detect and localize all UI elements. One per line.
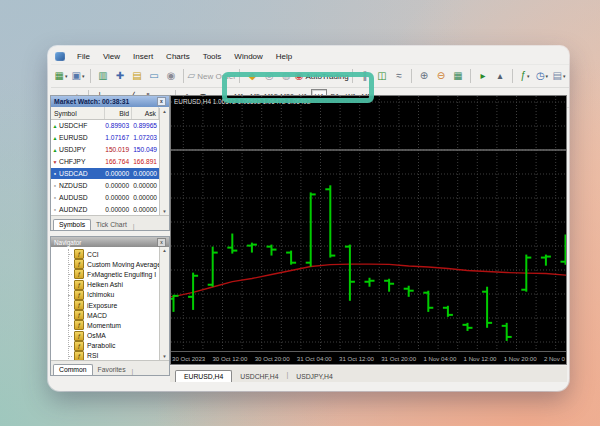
navigator-item-iexposure[interactable]: ƒiExposure [51,300,159,310]
periods-icon: ◷ [536,71,545,81]
terminal-toggle-button[interactable]: ▭ [146,68,162,84]
new-order-icon: ▱ [187,71,195,81]
menu-window[interactable]: Window [233,52,263,61]
bid-value: 0.00000 [103,194,131,201]
navigator-titlebar[interactable]: Navigator x [51,237,169,247]
zoom-out-icon: ⊖ [437,71,445,81]
navigator-close-icon[interactable]: x [157,238,166,247]
auto-scroll-button[interactable]: ▸ [475,68,491,84]
navigator-toggle-button[interactable]: ▤ [129,68,145,84]
menu-insert[interactable]: Insert [132,52,154,61]
symbol-label: CHFJPY [59,158,103,165]
navigator-item-parabolic[interactable]: ƒParabolic [51,341,159,351]
chart-tab-eurusd-h4[interactable]: EURUSD,H4 [175,370,232,382]
line-chart-type-button[interactable]: ≈ [391,68,407,84]
indicator-icon: ƒ [74,290,84,300]
bid-value: 0.00000 [103,170,131,177]
market-watch-titlebar[interactable]: Market Watch: 00:38:31 x [51,96,169,107]
navigator-item-heiken-ashi[interactable]: ƒHeiken Ashi [51,280,159,290]
market-watch-tabs: Symbols Tick Chart | [51,215,169,230]
market-watch-row-usdjpy[interactable]: ▲USDJPY150.019150.049 [51,144,159,156]
chart-shift-button[interactable]: ▴ [492,68,508,84]
trend-up-icon: ▲ [51,123,59,129]
market-watch-scrollbar[interactable]: ▲ ▼ [159,108,169,215]
tab-common[interactable]: Common [53,364,93,375]
candle-chart-type-button[interactable]: ◫ [374,68,390,84]
profiles-button[interactable]: ▣▾ [70,68,86,84]
tab-symbols[interactable]: Symbols [53,219,91,230]
new-chart-button[interactable]: ▦▾ [53,68,69,84]
templates-button[interactable]: ▤▾ [551,68,567,84]
market-watch-panel: Market Watch: 00:38:31 x Symbol Bid Ask … [50,95,170,231]
trend-flat-icon: ● [51,207,59,212]
desktop-background: FileViewInsertChartsToolsWindowHelp ▦▾▣▾… [0,0,600,426]
scroll-down-icon[interactable]: ▼ [162,354,166,359]
new-chart-caret-icon: ▾ [65,73,68,79]
tile-windows-button[interactable]: ▦ [450,68,466,84]
navigator-item-rsi[interactable]: ƒRSI [51,351,159,360]
market-watch-toggle-icon: ▥ [98,71,107,81]
chart-shift-icon: ▴ [497,71,502,81]
indicators-button[interactable]: ƒ▾ [517,68,533,84]
column-bid[interactable]: Bid [105,107,132,119]
indicator-icon: ƒ [74,351,84,360]
time-axis-label: 30 Oct 20:00 [255,355,290,362]
market-watch-row-nzdusd[interactable]: ●NZDUSD0.000000.00000 [51,179,159,191]
time-axis-label: 31 Oct 04:00 [297,355,332,362]
data-window-toggle-button[interactable]: ✚ [112,68,128,84]
market-watch-toggle-button[interactable]: ▥ [95,68,111,84]
navigator-scrollbar[interactable]: ▲ ▼ [159,247,169,360]
time-axis-label: 1 Nov 20:00 [504,355,537,362]
navigator-item-ichimoku[interactable]: ƒIchimoku [51,290,159,300]
indicator-icon: ƒ [74,331,84,341]
navigator-item-cci[interactable]: ƒCCI [51,249,159,259]
bid-value: 0.00000 [103,206,131,213]
navigator-item-custom-moving-average[interactable]: ƒCustom Moving Average [51,259,159,269]
chart-window[interactable]: EURUSD,H4 1.06572 1.06592 1.06472 1.0649… [170,95,567,365]
navigator-item-macd[interactable]: ƒMACD [51,310,159,320]
market-watch-close-icon[interactable]: x [157,97,166,106]
chart-tab-usdjpy-h4[interactable]: USDJPY,H4 [288,371,341,382]
navigator-item-momentum[interactable]: ƒMomentum [51,320,159,330]
navigator-item-fxmagnetic-engulfing-i[interactable]: ƒFxMagnetic Engulfing I [51,269,159,279]
market-watch-row-usdcad[interactable]: ●USDCAD0.000000.00000 [51,168,159,180]
scroll-down-icon[interactable]: ▼ [162,209,166,214]
indicator-label: iExposure [87,302,117,309]
menu-bar: FileViewInsertChartsToolsWindowHelp [55,50,293,63]
tab-favorites[interactable]: Favorites [93,365,131,375]
market-watch-row-audusd[interactable]: ●AUDUSD0.000000.00000 [51,191,159,203]
navigator-item-osma[interactable]: ƒOsMA [51,331,159,341]
market-watch-header: Symbol Bid Ask [51,107,169,120]
toolbar-separator [512,69,513,83]
indicator-icon: ƒ [74,320,84,330]
column-ask[interactable]: Ask [132,107,159,119]
market-watch-row-chfjpy[interactable]: ▼CHFJPY166.764166.891 [51,156,159,168]
menu-help[interactable]: Help [275,52,293,61]
menu-tools[interactable]: Tools [202,52,223,61]
menu-view[interactable]: View [102,52,121,61]
market-watch-row-audnzd[interactable]: ●AUDNZD0.000000.00000 [51,203,159,215]
zoom-in-button[interactable]: ⊕ [416,68,432,84]
chart-plot-area[interactable]: EURUSD,H4 1.06572 1.06592 1.06472 1.0649… [171,96,566,352]
chart-tab-usdchf-h4[interactable]: USDCHF,H4 [232,371,286,382]
indicator-label: Momentum [87,322,121,329]
ask-value: 150.049 [131,146,159,153]
periods-button[interactable]: ◷▾ [534,68,550,84]
indicator-label: Parabolic [87,342,115,349]
market-watch-row-eurusd[interactable]: ▲EURUSD1.071671.07203 [51,132,159,144]
tab-tick-chart[interactable]: Tick Chart [91,220,132,230]
indicator-icon: ƒ [74,249,84,259]
indicator-icon: ƒ [74,300,84,310]
menu-charts[interactable]: Charts [165,52,191,61]
market-watch-row-usdchf[interactable]: ▲USDCHF0.899030.89965 [51,120,159,132]
scroll-up-icon[interactable]: ▲ [162,248,166,253]
column-symbol[interactable]: Symbol [51,107,105,119]
indicator-icon: ƒ [74,280,84,290]
scroll-up-icon[interactable]: ▲ [162,109,166,114]
menu-file[interactable]: File [76,52,91,61]
strategy-tester-toggle-button[interactable]: ◉ [163,68,179,84]
ask-value: 166.891 [131,158,159,165]
indicator-label: RSI [87,352,98,359]
zoom-out-button[interactable]: ⊖ [433,68,449,84]
price-chart-svg [171,96,566,352]
